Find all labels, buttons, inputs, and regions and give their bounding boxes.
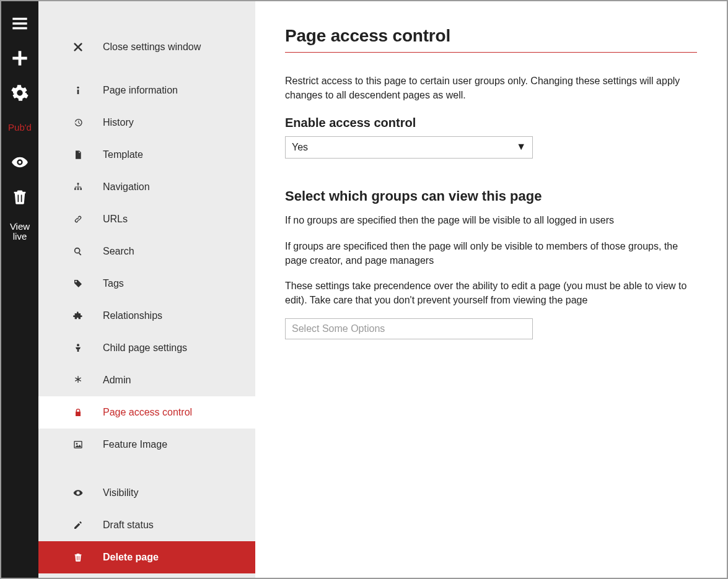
add-icon[interactable] (1, 41, 38, 76)
published-status-label[interactable]: Pub'd (1, 110, 38, 145)
svg-point-15 (76, 443, 78, 445)
groups-section-title: Select which groups can view this page (285, 188, 697, 204)
svg-rect-9 (77, 188, 79, 190)
sidebar-item-page-access-control[interactable]: Page access control (38, 396, 255, 429)
settings-nav-label: Template (103, 149, 143, 160)
settings-nav-label: Visibility (103, 487, 139, 498)
svg-point-11 (75, 248, 80, 253)
sidebar-item-template[interactable]: Template (38, 139, 255, 171)
document-icon (73, 150, 103, 160)
sidebar-item-urls[interactable]: URLs (38, 203, 255, 235)
svg-rect-8 (74, 188, 76, 190)
svg-rect-2 (12, 27, 27, 30)
svg-rect-10 (80, 188, 82, 190)
gear-icon[interactable] (1, 76, 38, 110)
link-icon (73, 214, 103, 224)
sidebar-item-child-page-settings[interactable]: Child page settings (38, 332, 255, 364)
settings-nav-label: URLs (103, 214, 128, 225)
intro-text: Restrict access to this page to certain … (285, 74, 697, 102)
pencil-icon (73, 520, 103, 530)
close-icon (73, 42, 103, 52)
settings-nav-label: Relationships (103, 310, 162, 321)
view-live-button[interactable]: View live (1, 214, 38, 249)
svg-rect-0 (12, 18, 27, 20)
delete-page-button[interactable]: Delete page (38, 541, 255, 573)
groups-help-text-2: If groups are specificed then the page w… (285, 239, 697, 268)
sidebar-item-relationships[interactable]: Relationships (38, 300, 255, 332)
settings-nav-label: Delete page (103, 552, 159, 563)
lock-icon (73, 407, 103, 417)
svg-rect-6 (77, 90, 79, 94)
trash-icon[interactable] (1, 180, 38, 214)
sidebar-item-draft-status[interactable]: Draft status (38, 509, 255, 541)
close-settings-button[interactable]: Close settings window (38, 31, 255, 63)
page-title: Page access control (285, 26, 697, 46)
image-icon (73, 440, 103, 450)
sidebar-item-admin[interactable]: Admin (38, 364, 255, 396)
svg-rect-12 (79, 253, 81, 255)
title-divider (285, 52, 697, 53)
settings-nav-label: Page access control (103, 407, 192, 418)
sidebar-item-visibility[interactable]: Visibility (38, 477, 255, 509)
sidebar-item-tags[interactable]: Tags (38, 268, 255, 300)
svg-point-13 (77, 344, 79, 346)
svg-rect-4 (12, 57, 27, 60)
sidebar-item-page-information[interactable]: Page information (38, 74, 255, 107)
settings-nav-label: History (103, 117, 134, 128)
groups-help-text-3: These settings take precendence over the… (285, 279, 697, 307)
groups-help-text-1: If no groups are specified then the page… (285, 213, 697, 227)
asterisk-icon (73, 375, 103, 385)
eye-icon (73, 488, 103, 498)
svg-rect-1 (12, 22, 27, 25)
hamburger-menu-icon[interactable] (1, 6, 38, 41)
settings-nav-label: Feature Image (103, 439, 167, 450)
enable-access-control-label: Enable access control (285, 116, 697, 130)
groups-multiselect[interactable]: Select Some Options (285, 318, 533, 339)
multiselect-placeholder: Select Some Options (292, 323, 385, 334)
settings-nav-label: Page information (103, 85, 178, 96)
settings-sidebar: Close settings window Page information H… (38, 1, 255, 578)
child-icon (73, 343, 103, 353)
settings-nav-label: Child page settings (103, 342, 187, 354)
main-content: Page access control Restrict access to t… (255, 1, 727, 578)
history-icon (73, 118, 103, 128)
sidebar-item-feature-image[interactable]: Feature Image (38, 429, 255, 461)
info-icon (73, 85, 103, 95)
settings-nav-label: Tags (103, 278, 124, 289)
settings-nav-label: Close settings window (103, 41, 201, 53)
enable-access-control-select[interactable]: Yes ▼ (285, 136, 533, 159)
settings-nav-label: Search (103, 246, 134, 257)
trash-icon (73, 552, 103, 562)
tag-icon (73, 279, 103, 289)
sitemap-icon (73, 182, 103, 192)
chevron-down-icon: ▼ (516, 141, 526, 152)
settings-nav-label: Draft status (103, 520, 154, 531)
search-icon (73, 246, 103, 256)
svg-point-5 (77, 87, 79, 89)
sidebar-item-navigation[interactable]: Navigation (38, 171, 255, 203)
sidebar-item-search[interactable]: Search (38, 235, 255, 268)
settings-nav-label: Admin (103, 375, 131, 386)
settings-nav-label: Navigation (103, 181, 150, 193)
svg-rect-7 (77, 183, 79, 185)
sidebar-item-history[interactable]: History (38, 107, 255, 139)
select-value: Yes (292, 142, 308, 153)
left-rail: Pub'd View live (1, 1, 38, 578)
eye-icon[interactable] (1, 145, 38, 180)
puzzle-icon (73, 311, 103, 321)
